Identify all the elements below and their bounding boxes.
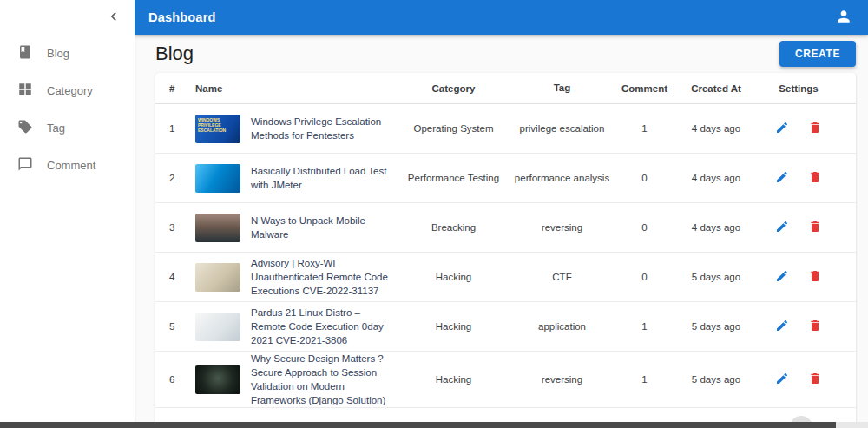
row-index: 5 xyxy=(169,321,195,332)
column-header-index: # xyxy=(169,83,195,94)
post-comment-count: 1 xyxy=(612,374,677,385)
table-row: 5 Pardus 21 Linux Distro – Remote Code E… xyxy=(155,302,856,352)
post-title: Why Secure Design Matters ? Secure Appro… xyxy=(251,352,388,407)
post-thumbnail xyxy=(195,214,240,242)
sidebar-item-tag[interactable]: Tag xyxy=(0,109,135,147)
row-index: 6 xyxy=(169,374,195,385)
delete-button[interactable] xyxy=(806,317,824,337)
post-thumbnail xyxy=(195,365,240,394)
thumbnail-caption xyxy=(195,365,223,371)
post-thumbnail: Windows Privilege Escalation xyxy=(195,115,240,143)
post-category: Operating System xyxy=(395,123,512,134)
page-header: Blog CREATE xyxy=(155,35,856,73)
table-row: 4 Advisory | Roxy-WI Unauthenticated Rem… xyxy=(155,253,856,302)
sidebar-item-label: Blog xyxy=(47,47,69,60)
blog-icon xyxy=(17,44,33,63)
edit-button[interactable] xyxy=(773,267,791,287)
edit-button[interactable] xyxy=(773,119,791,139)
user-avatar-button[interactable] xyxy=(833,6,854,30)
post-comment-count: 0 xyxy=(612,173,677,183)
person-icon xyxy=(835,8,852,28)
table-row: 3 N Ways to Unpack Mobile Malware Breack… xyxy=(155,203,856,253)
edit-button[interactable] xyxy=(773,370,791,390)
column-header-category: Category xyxy=(395,83,512,94)
post-category: Hacking xyxy=(395,321,512,332)
trash-icon xyxy=(808,121,822,137)
post-thumbnail xyxy=(195,313,240,341)
post-created-at: 5 days ago xyxy=(677,374,755,385)
post-comment-count: 1 xyxy=(612,123,677,134)
post-tag: reversing xyxy=(512,221,612,234)
post-category: Hacking xyxy=(395,272,512,282)
row-index: 2 xyxy=(169,173,195,183)
app-bar: Dashboard xyxy=(135,0,868,35)
sidebar-item-label: Category xyxy=(47,84,93,97)
column-header-comment: Comment xyxy=(612,83,677,94)
post-tag: reversing xyxy=(512,372,612,386)
post-title: Windows Privilege Escalation Methods for… xyxy=(251,115,388,142)
post-thumbnail xyxy=(195,263,240,292)
row-index: 4 xyxy=(169,272,195,282)
trash-icon xyxy=(808,170,822,187)
post-category: Hacking xyxy=(395,374,512,385)
row-index: 3 xyxy=(169,222,195,233)
thumbnail-caption xyxy=(195,214,223,219)
sidebar-item-label: Tag xyxy=(47,122,65,135)
column-header-settings: Settings xyxy=(755,83,842,94)
sidebar-item-category[interactable]: Category xyxy=(0,72,135,109)
post-title: Pardus 21 Linux Distro – Remote Code Exe… xyxy=(251,306,388,347)
sidebar-item-comment[interactable]: Comment xyxy=(0,147,135,184)
post-created-at: 5 days ago xyxy=(677,272,755,282)
table-row: 2 Basically Distributed Load Test with J… xyxy=(155,154,856,203)
comment-bubble-icon xyxy=(17,156,33,174)
table-row: 1 Windows Privilege Escalation Windows P… xyxy=(155,104,856,154)
main-content: Blog CREATE # Name Category Tag Comment … xyxy=(135,35,868,428)
post-tag: privilege escalation xyxy=(512,122,612,135)
post-title: N Ways to Unpack Mobile Malware xyxy=(251,214,388,241)
delete-button[interactable] xyxy=(806,119,824,139)
post-tag: CTF xyxy=(512,270,612,284)
edit-button[interactable] xyxy=(773,317,791,337)
post-category: Breacking xyxy=(395,222,512,233)
pencil-icon xyxy=(775,269,789,286)
delete-button[interactable] xyxy=(806,218,824,238)
pencil-icon xyxy=(775,319,789,335)
tag-icon xyxy=(17,119,33,137)
create-button[interactable]: CREATE xyxy=(779,41,856,67)
trash-icon xyxy=(808,372,822,388)
post-tag: application xyxy=(512,319,612,333)
column-header-tag: Tag xyxy=(512,81,612,95)
post-created-at: 4 days ago xyxy=(677,222,755,233)
post-thumbnail xyxy=(195,164,240,193)
thumbnail-caption xyxy=(195,164,223,169)
collapse-sidebar-button[interactable] xyxy=(102,4,126,31)
delete-button[interactable] xyxy=(806,370,824,390)
post-title: Advisory | Roxy-WI Unauthenticated Remot… xyxy=(251,256,388,298)
column-header-created-at: Created At xyxy=(677,83,755,94)
post-created-at: 4 days ago xyxy=(677,173,755,183)
pencil-icon xyxy=(775,220,789,236)
row-index: 1 xyxy=(169,123,195,134)
edit-button[interactable] xyxy=(773,168,791,188)
delete-button[interactable] xyxy=(806,267,824,287)
post-comment-count: 1 xyxy=(612,321,677,332)
post-comment-count: 0 xyxy=(612,222,677,233)
sidebar-item-blog[interactable]: Blog xyxy=(0,35,135,72)
table-row: 6 Why Secure Design Matters ? Secure App… xyxy=(155,352,856,408)
pencil-icon xyxy=(775,121,789,137)
page-title: Blog xyxy=(155,43,194,65)
post-comment-count: 0 xyxy=(612,272,677,282)
app-bar-title: Dashboard xyxy=(148,10,216,24)
blog-table-card: # Name Category Tag Comment Created At S… xyxy=(155,73,856,428)
post-tag: performance analysis xyxy=(512,171,612,185)
trash-icon xyxy=(808,269,822,286)
post-created-at: 5 days ago xyxy=(677,321,755,332)
post-category: Performance Testing xyxy=(395,173,512,183)
sidebar-item-label: Comment xyxy=(47,159,95,172)
edit-button[interactable] xyxy=(773,218,791,238)
column-header-name: Name xyxy=(195,83,395,94)
sidebar: Blog Category Tag Comment xyxy=(0,0,135,423)
horizontal-scrollbar-thumb[interactable] xyxy=(0,422,836,428)
thumbnail-caption xyxy=(195,263,223,268)
delete-button[interactable] xyxy=(806,168,824,188)
